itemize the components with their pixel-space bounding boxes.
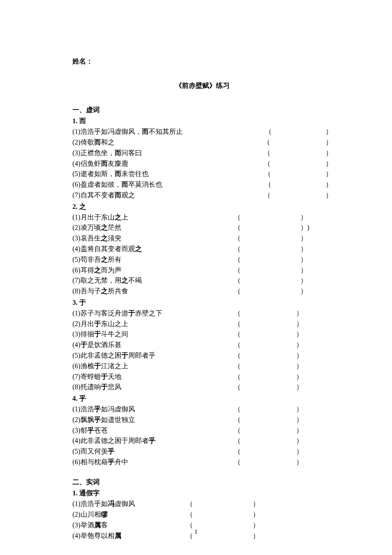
item-text: (6)盈虚者如彼，而卒莫消长也 [72, 179, 162, 190]
answer-blank[interactable] [271, 190, 326, 201]
paren-close: ） [300, 265, 307, 276]
paren-open: （ [234, 415, 241, 425]
paren-open: （ [234, 275, 241, 286]
answer-blank[interactable] [241, 308, 296, 319]
group-heading: 2. 之 [72, 202, 332, 212]
item-text: (3)正襟危坐，而问客曰 [72, 148, 142, 159]
item-text: (1)苏子与客泛舟游于赤壁之下 [72, 308, 162, 319]
paren-open: （ [264, 169, 271, 179]
item-text: (8)托遗响于悲风 [72, 382, 121, 393]
paren-close: ） [300, 233, 307, 244]
answer-blank[interactable] [272, 127, 326, 137]
answer-blank[interactable] [241, 265, 300, 276]
exercise-item: (2)倚歌而和之（） [72, 137, 332, 148]
answer-blank[interactable] [241, 361, 296, 372]
answer-blank[interactable] [193, 499, 253, 509]
exercise-item: (6)渔樵于江渚之上（） [72, 361, 332, 372]
answer-blank[interactable] [241, 425, 296, 436]
paren-close: ） [296, 382, 303, 393]
group-heading: 3. 于 [72, 298, 332, 308]
section-heading: 一、虚词 [72, 105, 332, 116]
answer-blank[interactable] [241, 223, 300, 233]
paren-open: （ [265, 179, 271, 190]
paren-open: （ [234, 425, 241, 436]
item-text: (7)自其不变者而观之 [72, 190, 135, 201]
item-text: (5)此非孟德之困于周郎者乎 [72, 350, 156, 361]
answer-blank[interactable] [241, 372, 296, 382]
paren-close: ） [296, 415, 303, 425]
answer-blank[interactable] [241, 244, 300, 254]
item-text: (7)寄蜉蝣于天地 [72, 372, 121, 382]
exercise-item: (3)哀吾生之须臾（） [72, 233, 332, 244]
answer-blank[interactable] [241, 404, 296, 415]
answer-blank[interactable] [241, 329, 296, 340]
exercise-item: (7)自其不变者而观之（） [72, 190, 332, 201]
item-text: (7)取之无禁，用之不竭 [72, 275, 142, 286]
answer-blank[interactable] [271, 169, 326, 179]
paren-open: （ [234, 350, 241, 361]
answer-blank[interactable] [271, 148, 326, 159]
answer-blank[interactable] [241, 319, 296, 330]
item-text: (4)盖将自其变者而观之 [72, 244, 142, 254]
exercise-item: (5)而又何羡乎（） [72, 446, 332, 457]
item-text: (4)此非孟德之困于周郎者乎 [72, 436, 156, 446]
paren-open: （ [264, 190, 271, 201]
section-heading: 二、实词 [72, 477, 332, 488]
answer-blank[interactable] [270, 137, 326, 148]
answer-blank[interactable] [271, 179, 326, 190]
paren-open: （ [234, 308, 241, 319]
answer-blank[interactable] [241, 415, 296, 425]
exercise-item: (2)凌万顷之茫然（）) [72, 223, 332, 233]
paren-close: ） [326, 169, 332, 179]
paren-open: （ [234, 286, 241, 297]
paren-open: （ [264, 159, 271, 169]
answer-blank[interactable] [241, 457, 296, 468]
page-number: 1 [0, 527, 392, 537]
paren-close: ） [300, 254, 307, 265]
paren-open: （ [234, 446, 241, 457]
answer-blank[interactable] [241, 212, 300, 223]
item-text: (4)于是饮酒乐甚 [72, 340, 121, 350]
answer-blank[interactable] [241, 436, 296, 446]
paren-close: ） [326, 127, 332, 137]
exercise-item: (1)浩浩乎如冯虚御风，而不知其所止（） [72, 127, 332, 137]
exercise-item: (3)正襟危坐，而问客曰（） [72, 148, 332, 159]
paren-close: ） [296, 372, 303, 382]
item-text: (8)吾与子之所共食 [72, 286, 128, 297]
answer-blank[interactable] [241, 275, 300, 286]
exercise-item: (6)耳得之而为声（） [72, 265, 332, 276]
answer-blank[interactable] [241, 340, 296, 350]
paren-open: （ [264, 148, 271, 159]
answer-blank[interactable] [271, 159, 326, 169]
answer-blank[interactable] [241, 350, 296, 361]
answer-blank[interactable] [241, 286, 300, 297]
answer-blank[interactable] [241, 382, 296, 393]
name-label: 姓名： [72, 56, 332, 67]
exercise-item: (1)月出于东山之上（） [72, 212, 332, 223]
group-heading: 1. 通假字 [72, 488, 332, 499]
paren-close: ） [300, 244, 307, 254]
paren-close: ） [300, 275, 307, 286]
paren-close: ） [326, 179, 332, 190]
answer-blank[interactable] [241, 233, 300, 244]
answer-blank[interactable] [241, 446, 296, 457]
paren-close: ） [296, 425, 303, 436]
exercise-item: (7)寄蜉蝣于天地（） [72, 372, 332, 382]
paren-close: ） [296, 319, 303, 330]
exercise-item: (6)盈虚者如彼，而卒莫消长也（） [72, 179, 332, 190]
exercise-item: (1)浩浩乎如冯虚御风（） [72, 404, 332, 415]
paren-close: ） [296, 340, 303, 350]
answer-blank[interactable] [193, 509, 253, 520]
answer-blank[interactable] [241, 254, 300, 265]
exercise-item: (2)山川相缪（） [72, 509, 332, 520]
paren-open: （ [234, 233, 241, 244]
item-text: (3)哀吾生之须臾 [72, 233, 121, 244]
exercise-item: (2)飘飘乎如遗世独立（） [72, 415, 332, 425]
content-body: 一、虚词1. 而(1)浩浩乎如冯虚御风，而不知其所止（）(2)倚歌而和之（）(3… [72, 105, 332, 541]
item-text: (5)逝者如斯，而未尝往也 [72, 169, 149, 179]
item-text: (1)浩浩乎如冯虚御风 [72, 499, 135, 509]
paren-open: （ [265, 127, 272, 137]
paren-close: ） [253, 509, 259, 520]
group-heading: 4. 乎 [72, 393, 332, 404]
paren-open: （ [234, 265, 241, 276]
